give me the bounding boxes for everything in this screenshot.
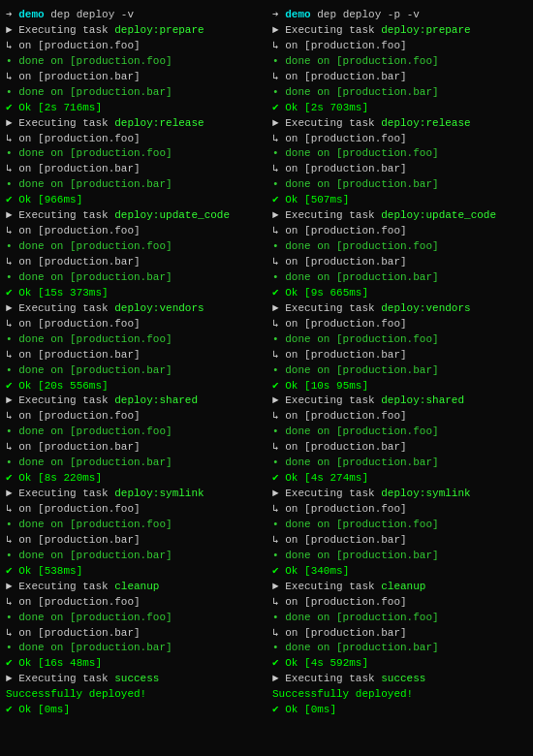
terminal-line: ↳ on [production.foo] <box>6 39 261 54</box>
terminal-line: ↳ on [production.bar] <box>272 348 527 363</box>
terminal-line: ✔ Ok [507ms] <box>272 193 527 208</box>
terminal-line: ↳ on [production.foo] <box>6 132 261 147</box>
terminal-line: ↳ on [production.foo] <box>6 409 261 425</box>
terminal-line: ↳ on [production.bar] <box>272 162 527 177</box>
terminal-line: ↳ on [production.foo] <box>6 595 261 611</box>
terminal-line: Successfully deployed! <box>6 687 261 703</box>
terminal-line: ► Executing task deploy:update_code <box>272 208 527 224</box>
terminal-line: ► Executing task cleanup <box>272 580 527 595</box>
terminal-line: • done on [production.bar] <box>6 456 261 471</box>
terminal-line: ↳ on [production.foo] <box>272 132 527 147</box>
terminal-line: • done on [production.foo] <box>272 146 527 162</box>
terminal-line: ↳ on [production.bar] <box>272 533 527 549</box>
terminal-line: • done on [production.foo] <box>272 611 527 626</box>
terminal-line: • done on [production.bar] <box>272 641 527 656</box>
terminal-line: ↳ on [production.bar] <box>6 162 261 177</box>
terminal-line: ✔ Ok [340ms] <box>272 564 527 580</box>
terminal-line: ↳ on [production.bar] <box>6 626 261 642</box>
terminal-line: ↳ on [production.foo] <box>272 224 527 239</box>
terminal-line: ↳ on [production.bar] <box>6 533 261 549</box>
terminal-line: ↳ on [production.foo] <box>6 224 261 239</box>
terminal-line: • done on [production.foo] <box>6 518 261 533</box>
terminal-line: ► Executing task success <box>6 672 261 687</box>
terminal-line: ► Executing task deploy:release <box>6 116 261 132</box>
terminal-line: ✔ Ok [15s 373ms] <box>6 286 261 301</box>
terminal-line: ↳ on [production.foo] <box>6 317 261 332</box>
terminal-line: ✔ Ok [4s 592ms] <box>272 656 527 672</box>
terminal-line: ↳ on [production.bar] <box>272 440 527 456</box>
terminal-line: ► Executing task deploy:shared <box>6 394 261 409</box>
terminal-line: ► Executing task deploy:symlink <box>272 487 527 502</box>
terminal-line: ► Executing task cleanup <box>6 580 261 595</box>
terminal-line: ↳ on [production.bar] <box>6 255 261 270</box>
terminal-line: • done on [production.bar] <box>272 456 527 471</box>
pane-left: ➔ demo dep deploy -v► Executing task dep… <box>0 4 266 722</box>
terminal-line: ↳ on [production.foo] <box>272 39 527 54</box>
terminal-line: ↳ on [production.foo] <box>272 409 527 425</box>
terminal-line: • done on [production.foo] <box>272 518 527 533</box>
terminal-line: ↳ on [production.foo] <box>6 502 261 518</box>
terminal-line: ► Executing task deploy:update_code <box>6 208 261 224</box>
terminal-line: • done on [production.bar] <box>272 270 527 286</box>
terminal-line: ↳ on [production.bar] <box>6 440 261 456</box>
terminal-line: ↳ on [production.bar] <box>6 70 261 85</box>
terminal-line: • done on [production.bar] <box>272 363 527 379</box>
terminal-line: ↳ on [production.foo] <box>272 317 527 332</box>
terminal-line: ► Executing task deploy:release <box>272 116 527 132</box>
terminal-line: ↳ on [production.bar] <box>6 348 261 363</box>
terminal-line: • done on [production.foo] <box>272 54 527 70</box>
terminal-line: ↳ on [production.bar] <box>272 70 527 85</box>
terminal-line: • done on [production.foo] <box>272 239 527 255</box>
terminal-line: ✔ Ok [8s 220ms] <box>6 471 261 487</box>
terminal-line: ↳ on [production.foo] <box>272 502 527 518</box>
terminal-line: • done on [production.bar] <box>6 641 261 656</box>
terminal-line: ✔ Ok [2s 703ms] <box>272 101 527 116</box>
pane-right: ➔ demo dep deploy -p -v► Executing task … <box>266 4 533 722</box>
terminal-line: • done on [production.foo] <box>272 425 527 440</box>
terminal-line: • done on [production.foo] <box>6 146 261 162</box>
terminal-line: ► Executing task deploy:vendors <box>6 301 261 317</box>
terminal-line: ➔ demo dep deploy -v <box>6 8 261 23</box>
terminal-line: ► Executing task deploy:shared <box>272 394 527 409</box>
terminal-line: • done on [production.foo] <box>6 54 261 70</box>
terminal-line: ✔ Ok [0ms] <box>272 703 527 718</box>
terminal-line: • done on [production.bar] <box>272 177 527 193</box>
terminal-line: • done on [production.foo] <box>272 332 527 348</box>
terminal-line: ↳ on [production.bar] <box>272 255 527 270</box>
terminal-line: ► Executing task deploy:vendors <box>272 301 527 317</box>
terminal-line: • done on [production.bar] <box>6 270 261 286</box>
terminal-line: ► Executing task deploy:prepare <box>272 23 527 39</box>
terminal-line: • done on [production.foo] <box>6 611 261 626</box>
terminal-line: • done on [production.bar] <box>6 549 261 564</box>
terminal-line: • done on [production.bar] <box>272 549 527 564</box>
terminal-line: ✔ Ok [4s 274ms] <box>272 471 527 487</box>
terminal-line: Successfully deployed! <box>272 687 527 703</box>
terminal-line: ↳ on [production.foo] <box>272 595 527 611</box>
terminal-line: ➔ demo dep deploy -p -v <box>272 8 527 23</box>
terminal-line: • done on [production.foo] <box>6 239 261 255</box>
terminal-line: ✔ Ok [16s 48ms] <box>6 656 261 672</box>
terminal-line: • done on [production.foo] <box>6 425 261 440</box>
terminal-line: ✔ Ok [2s 716ms] <box>6 101 261 116</box>
terminal-line: ✔ Ok [10s 95ms] <box>272 379 527 394</box>
terminal-line: ✔ Ok [20s 556ms] <box>6 379 261 394</box>
terminal-line: ✔ Ok [0ms] <box>6 703 261 718</box>
terminal-line: • done on [production.bar] <box>272 85 527 101</box>
terminal-line: • done on [production.bar] <box>6 363 261 379</box>
terminal-line: ► Executing task success <box>272 672 527 687</box>
terminal-line: • done on [production.bar] <box>6 85 261 101</box>
terminal-line: ✔ Ok [9s 665ms] <box>272 286 527 301</box>
terminal-line: ► Executing task deploy:symlink <box>6 487 261 502</box>
terminal-line: ✔ Ok [538ms] <box>6 564 261 580</box>
terminal-line: ✔ Ok [966ms] <box>6 193 261 208</box>
terminal-line: • done on [production.foo] <box>6 332 261 348</box>
terminal-container: ➔ demo dep deploy -v► Executing task dep… <box>0 0 533 726</box>
terminal-line: • done on [production.bar] <box>6 177 261 193</box>
terminal-line: ► Executing task deploy:prepare <box>6 23 261 39</box>
terminal-line: ↳ on [production.bar] <box>272 626 527 642</box>
